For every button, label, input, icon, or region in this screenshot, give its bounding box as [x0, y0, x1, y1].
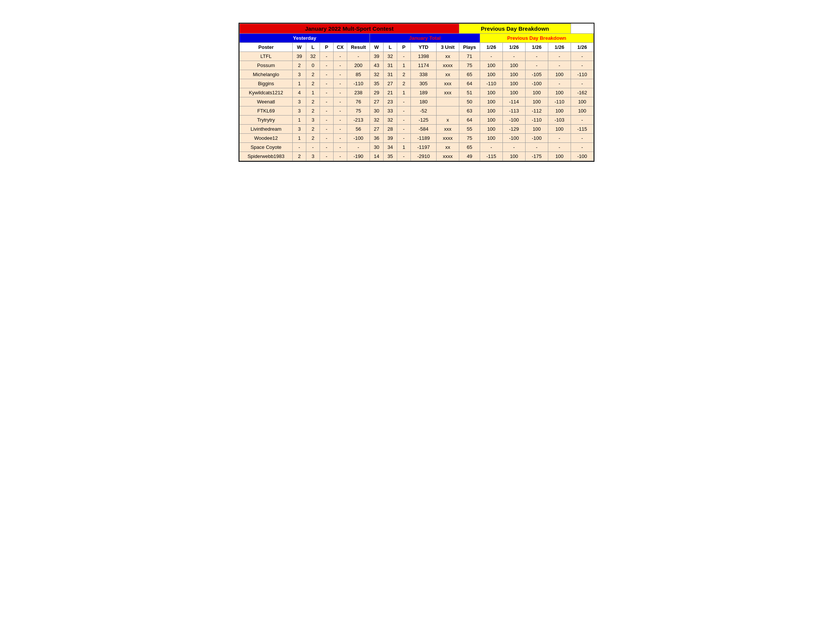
- col-3unit-header: 3 Unit: [437, 43, 459, 52]
- contest-table: January 2022 Mult-Sport Contest Previous…: [239, 24, 594, 161]
- col-b4-header: 1/26: [548, 43, 571, 52]
- poster-cell: Trytrytry: [240, 116, 293, 125]
- jw-cell: 32: [370, 70, 384, 79]
- b1-cell: -: [480, 143, 503, 152]
- b5-cell: -: [571, 116, 594, 125]
- yp-cell: -: [320, 152, 334, 161]
- jl-cell: 35: [384, 152, 397, 161]
- yresult-cell: -100: [347, 134, 370, 143]
- yresult-cell: -190: [347, 152, 370, 161]
- jw-cell: 30: [370, 106, 384, 116]
- jp-cell: -: [397, 152, 411, 161]
- yresult-cell: -: [347, 143, 370, 152]
- poster-cell: Weenatl: [240, 97, 293, 106]
- b1-cell: 100: [480, 88, 503, 97]
- unit3-cell: [437, 106, 459, 116]
- plays-cell: 63: [459, 106, 480, 116]
- yp-cell: -: [320, 88, 334, 97]
- jp-cell: -: [397, 125, 411, 134]
- yresult-cell: 238: [347, 88, 370, 97]
- yw-cell: -: [293, 143, 306, 152]
- b4-cell: 100: [548, 88, 571, 97]
- ycx-cell: -: [334, 61, 347, 70]
- yw-cell: 39: [293, 52, 306, 61]
- b5-cell: -110: [571, 70, 594, 79]
- yw-cell: 1: [293, 79, 306, 88]
- unit3-cell: xxx: [437, 79, 459, 88]
- jl-cell: 33: [384, 106, 397, 116]
- ytd-cell: -584: [411, 125, 437, 134]
- unit3-cell: xx: [437, 143, 459, 152]
- col-poster-header: Poster: [240, 43, 293, 52]
- b3-cell: -112: [526, 106, 548, 116]
- b5-cell: -115: [571, 125, 594, 134]
- main-table-wrapper: January 2022 Mult-Sport Contest Previous…: [238, 23, 595, 162]
- b3-cell: 100: [526, 125, 548, 134]
- b4-cell: -: [548, 52, 571, 61]
- plays-cell: 65: [459, 143, 480, 152]
- table-row: Livinthedream32--562728--584xxx55100-129…: [240, 125, 594, 134]
- yl-cell: 2: [306, 134, 320, 143]
- unit3-cell: xxx: [437, 88, 459, 97]
- yp-cell: -: [320, 97, 334, 106]
- table-row: Trytrytry13---2133232--125x64100-100-110…: [240, 116, 594, 125]
- yp-cell: -: [320, 61, 334, 70]
- jl-cell: 31: [384, 70, 397, 79]
- unit3-cell: [437, 97, 459, 106]
- jl-cell: 21: [384, 88, 397, 97]
- yw-cell: 3: [293, 97, 306, 106]
- poster-cell: Space Coyote: [240, 143, 293, 152]
- jw-cell: 36: [370, 134, 384, 143]
- col-b1-header: 1/26: [480, 43, 503, 52]
- unit3-cell: xxx: [437, 125, 459, 134]
- yw-cell: 2: [293, 152, 306, 161]
- jw-cell: 29: [370, 88, 384, 97]
- yl-cell: 3: [306, 152, 320, 161]
- yw-cell: 3: [293, 125, 306, 134]
- b2-cell: 100: [503, 79, 526, 88]
- jp-cell: 1: [397, 61, 411, 70]
- ycx-cell: -: [334, 70, 347, 79]
- jp-cell: 2: [397, 79, 411, 88]
- col-result-header: Result: [347, 43, 370, 52]
- col-b2-header: 1/26: [503, 43, 526, 52]
- ycx-cell: -: [334, 116, 347, 125]
- ycx-cell: -: [334, 52, 347, 61]
- ytd-cell: 338: [411, 70, 437, 79]
- b3-cell: 100: [526, 97, 548, 106]
- b5-cell: -: [571, 61, 594, 70]
- yw-cell: 3: [293, 106, 306, 116]
- yresult-cell: -213: [347, 116, 370, 125]
- yw-cell: 2: [293, 61, 306, 70]
- jl-cell: 34: [384, 143, 397, 152]
- table-row: Possum20--200433111174xxxx75100100---: [240, 61, 594, 70]
- col-cx-header: CX: [334, 43, 347, 52]
- b5-cell: 100: [571, 106, 594, 116]
- b4-cell: 100: [548, 70, 571, 79]
- jl-cell: 23: [384, 97, 397, 106]
- plays-cell: 55: [459, 125, 480, 134]
- plays-cell: 71: [459, 52, 480, 61]
- b1-cell: 100: [480, 106, 503, 116]
- b4-cell: -: [548, 134, 571, 143]
- col-b3-header: 1/26: [526, 43, 548, 52]
- jp-cell: -: [397, 116, 411, 125]
- b5-cell: -: [571, 134, 594, 143]
- jw-cell: 32: [370, 116, 384, 125]
- yw-cell: 4: [293, 88, 306, 97]
- ytd-cell: 305: [411, 79, 437, 88]
- plays-cell: 75: [459, 61, 480, 70]
- b5-cell: -: [571, 79, 594, 88]
- yp-cell: -: [320, 116, 334, 125]
- yresult-cell: 85: [347, 70, 370, 79]
- b2-cell: -: [503, 143, 526, 152]
- yl-cell: 1: [306, 88, 320, 97]
- b1-cell: 100: [480, 97, 503, 106]
- col-header-row: Poster W L P CX Result W L P YTD 3 Unit …: [240, 43, 594, 52]
- unit3-cell: xx: [437, 70, 459, 79]
- poster-cell: Kywildcats1212: [240, 88, 293, 97]
- jp-cell: 1: [397, 143, 411, 152]
- table-row: Michelanglo32--8532312338xx65100100-1051…: [240, 70, 594, 79]
- col-yp-header: P: [320, 43, 334, 52]
- prevday-title: Previous Day Breakdown: [459, 24, 571, 34]
